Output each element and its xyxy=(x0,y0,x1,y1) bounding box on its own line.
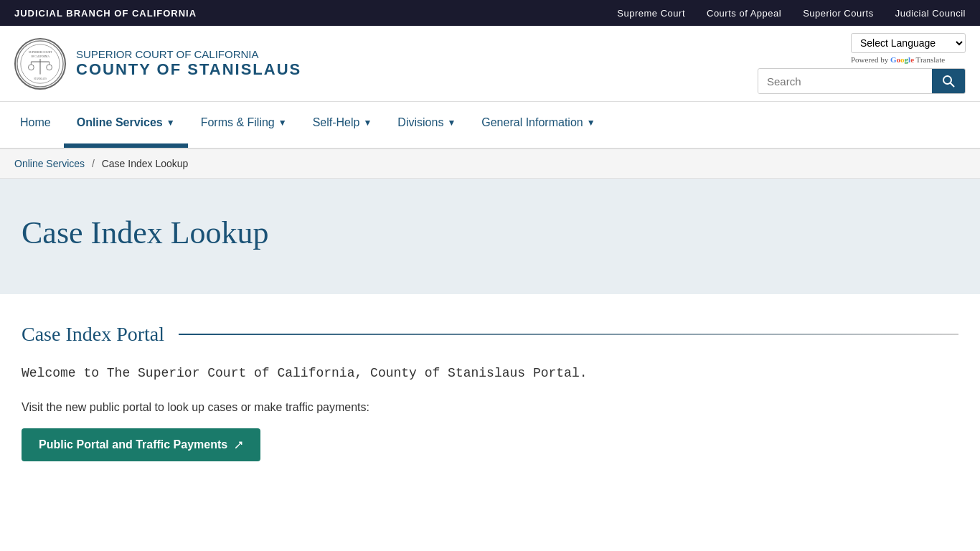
chevron-down-icon: ▼ xyxy=(587,118,595,128)
svg-point-6 xyxy=(28,64,34,70)
chevron-down-icon: ▼ xyxy=(447,118,456,128)
site-header: SUPERIOR COURT OF CALIFORNIA STANISLAUS … xyxy=(0,26,980,102)
breadcrumb-parent-link[interactable]: Online Services xyxy=(14,158,85,169)
nav-item-home: Home xyxy=(7,102,64,148)
svg-text:SUPERIOR COURT: SUPERIOR COURT xyxy=(29,51,52,54)
search-widget xyxy=(758,68,966,94)
chevron-down-icon: ▼ xyxy=(363,118,372,128)
nav-item-divisions: Divisions ▼ xyxy=(385,102,468,148)
breadcrumb-current: Case Index Lookup xyxy=(102,158,189,169)
nav-forms-filing[interactable]: Forms & Filing ▼ xyxy=(188,102,300,143)
court-title-bottom: COUNTY OF STANISLAUS xyxy=(76,60,301,79)
svg-text:OF CALIFORNIA: OF CALIFORNIA xyxy=(31,55,50,58)
language-select[interactable]: Select Language xyxy=(851,33,966,53)
nav-general-information[interactable]: General Information ▼ xyxy=(468,102,608,143)
court-seal: SUPERIOR COURT OF CALIFORNIA STANISLAUS xyxy=(14,38,66,90)
header-branding: SUPERIOR COURT OF CALIFORNIA STANISLAUS … xyxy=(14,38,301,90)
main-nav: Home Online Services ▼ Forms & Filing ▼ … xyxy=(0,102,980,149)
welcome-text: Welcome to The Superior Court of Califor… xyxy=(22,363,958,384)
nav-self-help[interactable]: Self-Help ▼ xyxy=(300,102,385,143)
nav-item-self-help: Self-Help ▼ xyxy=(300,102,385,148)
court-title: SUPERIOR COURT OF CALIFORNIA COUNTY OF S… xyxy=(76,48,301,79)
svg-line-12 xyxy=(951,83,954,87)
svg-text:STANISLAUS: STANISLAUS xyxy=(34,77,47,80)
translate-widget: Select Language Powered by Google Transl… xyxy=(851,33,966,64)
section-title: Case Index Portal xyxy=(22,323,958,346)
court-title-top: SUPERIOR COURT OF CALIFORNIA xyxy=(76,48,301,60)
nav-home[interactable]: Home xyxy=(7,102,64,143)
powered-by-text: Powered by Google Translate xyxy=(851,55,945,64)
search-input[interactable] xyxy=(758,70,932,93)
breadcrumb-separator: / xyxy=(92,158,95,169)
nav-divisions[interactable]: Divisions ▼ xyxy=(385,102,468,143)
external-link-icon: ⭧ xyxy=(233,439,243,451)
page-title: Case Index Lookup xyxy=(22,215,958,251)
nav-item-online-services: Online Services ▼ xyxy=(64,102,188,148)
top-bar-links: Supreme Court Courts of Appeal Superior … xyxy=(617,8,966,19)
breadcrumb: Online Services / Case Index Lookup xyxy=(0,149,980,179)
portal-button[interactable]: Public Portal and Traffic Payments ⭧ xyxy=(22,428,260,461)
nav-item-forms-filing: Forms & Filing ▼ xyxy=(188,102,300,148)
visit-text: Visit the new public portal to look up c… xyxy=(22,401,958,414)
chevron-down-icon: ▼ xyxy=(166,118,175,128)
supreme-court-link[interactable]: Supreme Court xyxy=(617,8,685,19)
nav-item-general-information: General Information ▼ xyxy=(468,102,608,148)
nav-list: Home Online Services ▼ Forms & Filing ▼ … xyxy=(7,102,973,148)
header-utilities: Select Language Powered by Google Transl… xyxy=(758,33,966,94)
courts-of-appeal-link[interactable]: Courts of Appeal xyxy=(707,8,781,19)
svg-point-7 xyxy=(47,64,52,70)
page-hero: Case Index Lookup xyxy=(0,179,980,294)
superior-courts-link[interactable]: Superior Courts xyxy=(803,8,874,19)
section-title-divider xyxy=(179,334,958,335)
judicial-council-link[interactable]: Judicial Council xyxy=(895,8,966,19)
top-bar: JUDICIAL BRANCH OF CALIFORNIA Supreme Co… xyxy=(0,0,980,26)
nav-online-services[interactable]: Online Services ▼ xyxy=(64,102,188,146)
search-button[interactable] xyxy=(932,69,965,93)
content-area: Case Index Portal Welcome to The Superio… xyxy=(0,294,980,504)
org-name: JUDICIAL BRANCH OF CALIFORNIA xyxy=(14,8,197,19)
chevron-down-icon: ▼ xyxy=(278,118,287,128)
